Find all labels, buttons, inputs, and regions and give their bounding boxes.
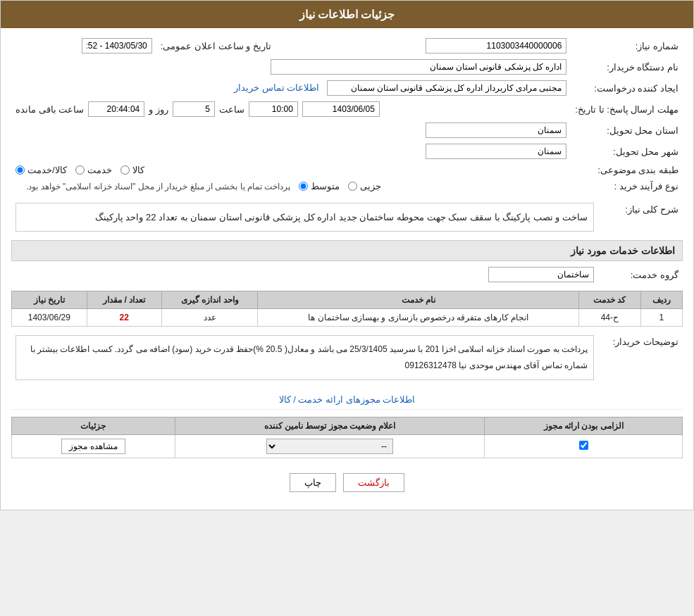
date-label: تاریخ و ساعت اعلان عمومی: — [156, 35, 275, 56]
permit-col-status: اعلام وضعیت مجوز توسط نامین کننده — [175, 417, 485, 434]
category-kala-khidmat-label: کالا/خدمت — [27, 165, 67, 175]
row-province: استان محل تحویل: — [11, 120, 683, 141]
creator-label: ایجاد کننده درخواست: — [571, 77, 683, 99]
permit-section-title: اطلاعات مجوزهای ارائه خدمت / کالا — [11, 390, 683, 410]
view-permit-button[interactable]: مشاهده مجوز — [61, 439, 125, 454]
permit-required-checkbox[interactable] — [579, 441, 588, 450]
province-label: استان محل تحویل: — [571, 120, 683, 141]
date-value — [11, 35, 156, 56]
remaining-input[interactable] — [88, 101, 144, 117]
buyer-note-box: پرداخت به صورت اسناد خزانه اسلامی اخزا 2… — [16, 335, 594, 380]
category-kala-khidmat-radio[interactable] — [16, 165, 25, 175]
service-group-row: گروه خدمت: — [11, 264, 683, 285]
category-kala: کالا — [120, 165, 144, 175]
group-value — [11, 264, 598, 285]
process-medium: متوسط — [299, 181, 340, 191]
buyer-notes-value-cell: پرداخت به صورت اسناد خزانه اسلامی اخزا 2… — [11, 332, 598, 383]
city-value — [11, 141, 571, 162]
city-input[interactable] — [426, 144, 566, 159]
process-medium-radio[interactable] — [299, 182, 308, 191]
bottom-buttons: بازگشت چاپ — [11, 463, 683, 503]
service-table-body: 1 ح-44 انجام کارهای متفرقه درخصوص بازساز… — [12, 309, 683, 327]
date-input[interactable] — [82, 38, 152, 54]
cell-unit: عدد — [162, 309, 258, 327]
main-content: شماره نیاز: تاریخ و ساعت اعلان عمومی: نا… — [1, 28, 693, 510]
process-partial-radio[interactable] — [348, 182, 357, 191]
group-label: گروه خدمت: — [598, 264, 683, 285]
permit-table: الزامی بودن ارائه مجوز اعلام وضعیت مجوز … — [11, 417, 683, 458]
buyer-value — [11, 56, 571, 77]
category-khidmat-label: خدمت — [87, 165, 112, 175]
page-wrapper: جزئیات اطلاعات نیاز شماره نیاز: تاریخ و … — [0, 0, 694, 510]
print-button[interactable]: چاپ — [290, 473, 336, 492]
process-note: پرداخت تمام یا بخشی از مبلغ خریدار از مح… — [26, 182, 290, 191]
permit-table-head: الزامی بودن ارائه مجوز اعلام وضعیت مجوز … — [12, 417, 683, 434]
permit-row: -- مشاهده مجوز — [12, 434, 683, 458]
need-number-input[interactable] — [426, 38, 566, 54]
row-deadline: مهلت ارسال پاسخ: تا تاریخ: ساعت باقی مان… — [11, 99, 683, 120]
row-buyer: نام دستگاه خریدار: — [11, 56, 683, 77]
process-medium-label: متوسط — [311, 181, 340, 191]
creator-input[interactable] — [327, 80, 566, 96]
need-number-value — [297, 35, 571, 56]
category-radio-group: کالا/خدمت خدمت کالا — [16, 165, 566, 175]
group-input[interactable] — [488, 267, 594, 282]
cell-row: 1 — [640, 309, 682, 327]
row-city: شهر محل تحویل: — [11, 141, 683, 162]
page-header: جزئیات اطلاعات نیاز — [1, 1, 693, 28]
buyer-notes-section: توضیحات خریدار: پرداخت به صورت اسناد خزا… — [11, 332, 683, 383]
cell-code: ح-44 — [579, 309, 641, 327]
service-table: ردیف کد خدمت نام خدمت واحد اندازه گیری ت… — [11, 291, 683, 327]
description-section: شرح کلی نیاز: ساخت و نصب پارکینگ با سقف … — [11, 200, 683, 234]
date-deadline-input[interactable] — [302, 101, 380, 117]
process-label: نوع فرآیند خرید : — [571, 178, 683, 194]
header-title: جزئیات اطلاعات نیاز — [299, 8, 395, 20]
category-kala-label: کالا — [132, 165, 144, 175]
deadline-value: ساعت باقی مانده روز و ساعت — [11, 99, 571, 120]
buyer-input[interactable] — [271, 59, 566, 75]
permit-required-cell — [485, 434, 683, 458]
col-name: نام خدمت — [258, 291, 579, 309]
category-label: طبقه بندی موضوعی: — [571, 162, 683, 178]
row-process: نوع فرآیند خرید : پرداخت تمام یا بخشی از… — [11, 178, 683, 194]
category-kala-radio[interactable] — [120, 165, 130, 175]
process-partial: جزیی — [348, 181, 381, 191]
row-category: طبقه بندی موضوعی: کالا/خدمت خدمت کالا — [11, 162, 683, 178]
process-partial-label: جزیی — [360, 181, 381, 191]
group-row: گروه خدمت: — [11, 264, 683, 285]
days-input[interactable] — [173, 101, 215, 117]
process-radio-group: پرداخت تمام یا بخشی از مبلغ خریدار از مح… — [16, 181, 566, 191]
permit-section: الزامی بودن ارائه مجوز اعلام وضعیت مجوز … — [11, 417, 683, 458]
province-input[interactable] — [426, 122, 566, 138]
category-khidmat: خدمت — [75, 165, 112, 175]
category-khidmat-radio[interactable] — [75, 165, 85, 175]
col-row: ردیف — [640, 291, 682, 309]
col-code: کد خدمت — [579, 291, 641, 309]
info-table: شماره نیاز: تاریخ و ساعت اعلان عمومی: نا… — [11, 35, 683, 194]
time-input[interactable] — [249, 101, 298, 117]
service-table-head: ردیف کد خدمت نام خدمت واحد اندازه گیری ت… — [12, 291, 683, 309]
permit-header-row: الزامی بودن ارائه مجوز اعلام وضعیت مجوز … — [12, 417, 683, 434]
category-kala-khidmat: کالا/خدمت — [16, 165, 67, 175]
day-label: روز و — [149, 104, 168, 115]
description-label: شرح کلی نیاز: — [598, 200, 683, 234]
row-creator: ایجاد کننده درخواست: اطلاعات تماس خریدار — [11, 77, 683, 99]
buyer-label: نام دستگاه خریدار: — [571, 56, 683, 77]
buyer-notes-label: توضیحات خریدار: — [598, 332, 683, 383]
deadline-label: مهلت ارسال پاسخ: تا تاریخ: — [571, 99, 683, 120]
service-section-title: اطلاعات خدمات مورد نیاز — [11, 240, 683, 261]
permit-status-cell: -- — [175, 434, 485, 458]
description-row: شرح کلی نیاز: ساخت و نصب پارکینگ با سقف … — [11, 200, 683, 234]
permit-col-required: الزامی بودن ارائه مجوز — [485, 417, 683, 434]
category-radios: کالا/خدمت خدمت کالا — [11, 162, 571, 178]
process-radios: پرداخت تمام یا بخشی از مبلغ خریدار از مح… — [11, 178, 571, 194]
province-value — [11, 120, 571, 141]
creator-link[interactable]: اطلاعات تماس خریدار — [234, 82, 319, 93]
back-button[interactable]: بازگشت — [343, 473, 404, 492]
time-label: ساعت — [219, 104, 244, 115]
creator-value: اطلاعات تماس خریدار — [11, 77, 571, 99]
table-row: 1 ح-44 انجام کارهای متفرقه درخصوص بازساز… — [12, 309, 683, 327]
cell-name: انجام کارهای متفرقه درخصوص بازسازی و بهس… — [258, 309, 579, 327]
row-need-number: شماره نیاز: تاریخ و ساعت اعلان عمومی: — [11, 35, 683, 56]
permit-status-select[interactable]: -- — [266, 439, 393, 454]
